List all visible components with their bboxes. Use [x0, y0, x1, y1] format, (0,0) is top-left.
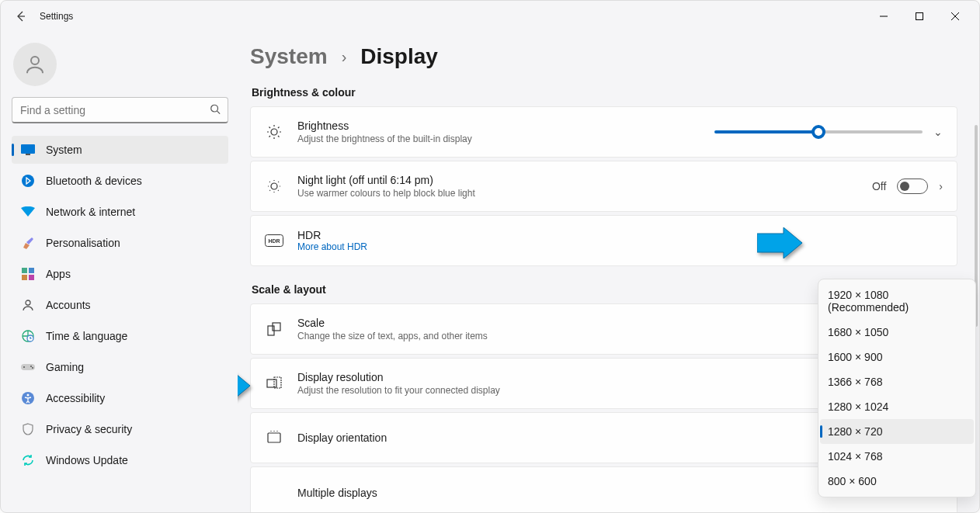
card-title: HDR	[297, 229, 929, 241]
svg-point-2	[211, 105, 218, 112]
svg-rect-0	[916, 13, 923, 20]
card-nightlight[interactable]: Night light (off until 6:14 pm) Use warm…	[250, 161, 957, 212]
window-title: Settings	[40, 11, 73, 22]
svg-rect-8	[22, 275, 27, 280]
sun-icon	[265, 123, 283, 141]
sidebar-item-gaming[interactable]: Gaming	[12, 353, 228, 381]
arrow-left-icon	[15, 10, 27, 23]
nav-label: Bluetooth & devices	[46, 175, 142, 187]
wifi-icon	[21, 205, 35, 219]
nav-list: System Bluetooth & devices Network & int…	[12, 136, 228, 474]
close-button[interactable]	[937, 5, 973, 28]
accessibility-icon	[21, 391, 35, 405]
resolution-option[interactable]: 1680 × 1050	[820, 320, 974, 345]
brightness-slider[interactable]	[714, 130, 923, 133]
avatar[interactable]	[13, 43, 57, 86]
display-icon	[21, 143, 35, 157]
svg-point-15	[32, 367, 33, 369]
svg-rect-3	[21, 144, 35, 154]
sidebar-item-personalisation[interactable]: Personalisation	[12, 229, 228, 257]
svg-point-18	[271, 129, 277, 135]
toggle-state: Off	[872, 180, 886, 192]
globe-clock-icon	[21, 329, 35, 343]
close-icon	[951, 12, 959, 20]
nav-label: Accessibility	[46, 392, 105, 404]
sidebar-item-bluetooth[interactable]: Bluetooth & devices	[12, 167, 228, 195]
card-brightness[interactable]: Brightness Adjust the brightness of the …	[250, 106, 957, 158]
breadcrumb: System › Display	[250, 44, 957, 69]
card-title: Scale	[297, 317, 883, 329]
annotation-arrow-icon	[757, 227, 802, 258]
crumb-parent[interactable]: System	[250, 44, 328, 69]
gaming-icon	[21, 360, 35, 374]
apps-icon	[21, 267, 35, 281]
svg-point-5	[22, 175, 34, 187]
sidebar-item-update[interactable]: Windows Update	[12, 446, 228, 474]
sidebar-item-privacy[interactable]: Privacy & security	[12, 415, 228, 443]
svg-rect-25	[274, 377, 281, 388]
svg-point-14	[30, 366, 32, 367]
paintbrush-icon	[21, 236, 35, 250]
bluetooth-icon	[21, 174, 35, 188]
scale-icon	[265, 320, 283, 338]
orientation-icon	[265, 428, 283, 447]
minimize-icon	[880, 12, 888, 20]
person-icon	[23, 53, 47, 76]
shield-icon	[21, 422, 35, 436]
card-title: Night light (off until 6:14 pm)	[297, 174, 858, 186]
card-title: Brightness	[297, 120, 700, 132]
sidebar-item-time[interactable]: Time & language	[12, 322, 228, 350]
svg-text:HDR: HDR	[268, 238, 280, 244]
update-icon	[21, 453, 35, 467]
resolution-option[interactable]: 1366 × 768	[820, 369, 974, 394]
resolution-option[interactable]: 1600 × 900	[820, 345, 974, 369]
nav-label: Personalisation	[46, 237, 120, 249]
sidebar-item-system[interactable]: System	[12, 136, 228, 164]
accounts-icon	[21, 298, 35, 312]
nav-label: Time & language	[46, 330, 127, 342]
card-subtitle: Adjust the brightness of the built-in di…	[297, 133, 700, 144]
card-subtitle: Use warmer colours to help block blue li…	[297, 188, 858, 199]
annotation-arrow-icon	[238, 370, 250, 401]
resolution-option[interactable]: 1280 × 1024	[820, 394, 974, 419]
nav-label: Windows Update	[46, 454, 128, 466]
svg-rect-4	[26, 154, 30, 155]
svg-rect-6	[22, 268, 27, 273]
chevron-right-icon: ›	[342, 48, 347, 66]
nav-label: Gaming	[46, 361, 84, 373]
svg-rect-24	[267, 380, 276, 387]
card-subtitle: Change the size of text, apps, and other…	[297, 331, 883, 341]
svg-point-10	[26, 300, 30, 305]
svg-rect-13	[21, 364, 35, 370]
nightlight-toggle[interactable]	[897, 179, 928, 194]
resolution-option[interactable]: 1024 × 768	[820, 444, 974, 469]
resolution-option[interactable]: 1280 × 720	[820, 419, 974, 444]
section-brightness-title: Brightness & colour	[252, 86, 957, 99]
svg-rect-9	[29, 275, 34, 280]
maximize-button[interactable]	[902, 5, 937, 28]
svg-point-17	[27, 394, 30, 397]
chevron-right-icon[interactable]: ›	[939, 180, 943, 192]
chevron-down-icon[interactable]: ⌄	[933, 126, 943, 138]
back-button[interactable]	[7, 2, 35, 30]
maximize-icon	[916, 12, 923, 20]
resolution-icon	[265, 374, 283, 393]
resolution-dropdown: 1920 × 1080 (Recommended)1680 × 10501600…	[818, 279, 976, 497]
svg-point-19	[271, 183, 277, 189]
nav-label: Privacy & security	[46, 423, 132, 435]
sidebar-item-apps[interactable]: Apps	[12, 260, 228, 288]
resolution-option[interactable]: 800 × 600	[820, 469, 974, 494]
resolution-option[interactable]: 1920 × 1080 (Recommended)	[820, 282, 974, 320]
sidebar-item-network[interactable]: Network & internet	[12, 198, 228, 226]
nav-label: System	[46, 144, 82, 156]
minimize-button[interactable]	[866, 5, 902, 28]
sidebar-item-accounts[interactable]: Accounts	[12, 291, 228, 319]
search-input[interactable]	[12, 97, 228, 123]
svg-rect-7	[29, 268, 34, 273]
sidebar-item-accessibility[interactable]: Accessibility	[12, 384, 228, 412]
hdr-icon: HDR	[265, 231, 283, 250]
hdr-more-link[interactable]: More about HDR	[297, 241, 929, 252]
card-hdr[interactable]: HDR HDR More about HDR	[250, 215, 957, 266]
search-box	[12, 97, 228, 123]
nav-label: Network & internet	[46, 206, 135, 218]
